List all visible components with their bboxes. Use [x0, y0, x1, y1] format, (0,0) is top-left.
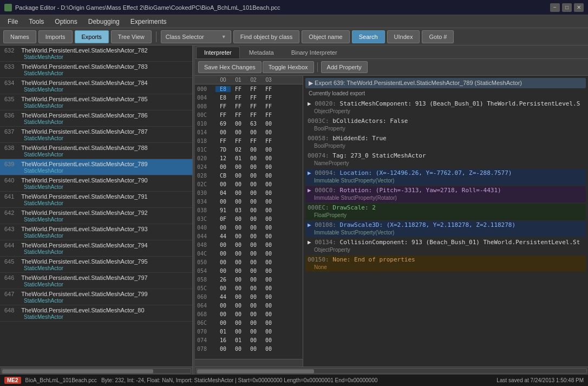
hex-row[interactable]: 04444000000 [195, 232, 303, 240]
hex-byte[interactable]: 01 [231, 155, 246, 161]
hex-byte[interactable]: FF [231, 86, 246, 92]
property-item[interactable]: ▶ 000C0: Rotation: (Pitch=-3313, Yaw=271… [305, 186, 586, 202]
hex-row[interactable]: 01069006300 [195, 119, 303, 128]
hex-row[interactable]: 02400000000 [195, 162, 303, 171]
hex-byte[interactable]: FF [231, 112, 246, 118]
hex-byte[interactable]: 00 [246, 329, 261, 335]
exports-button[interactable]: Exports [75, 30, 109, 43]
goto-button[interactable]: Goto # [422, 30, 454, 43]
hex-row[interactable]: 07416010000 [195, 336, 303, 344]
property-item[interactable]: ▶ 00094: Location: (X=-12496.26, Y=-7762… [305, 169, 586, 185]
hex-byte[interactable]: 00 [231, 320, 246, 326]
hex-byte[interactable]: 00 [246, 311, 261, 317]
hex-byte[interactable]: 00 [246, 173, 261, 179]
hex-byte[interactable]: 00 [231, 199, 246, 205]
hex-byte[interactable]: 00 [246, 190, 261, 196]
hex-byte[interactable]: 00 [261, 181, 276, 187]
object-name-button[interactable]: Object name [302, 30, 349, 43]
hex-row[interactable]: 06044000000 [195, 292, 303, 301]
hex-row[interactable]: 07001000000 [195, 327, 303, 336]
hex-row[interactable]: 04800000000 [195, 240, 303, 249]
toggle-hexbox-button[interactable]: Toggle Hexbox [263, 61, 314, 73]
hex-row[interactable]: 06800000000 [195, 310, 303, 318]
hex-byte[interactable]: 00 [261, 329, 276, 335]
hex-byte[interactable]: 00 [261, 242, 276, 248]
hex-byte[interactable]: 02 [231, 147, 246, 153]
menu-options[interactable]: Options [49, 17, 82, 27]
list-item[interactable]: 635 TheWorld.PersistentLevel.StaticMeshA… [0, 94, 192, 110]
hex-byte[interactable]: 00 [246, 225, 261, 231]
hex-row[interactable]: 06C00000000 [195, 318, 303, 327]
hex-byte[interactable]: 00 [246, 251, 261, 257]
hex-byte[interactable]: 00 [246, 285, 261, 291]
hex-byte[interactable]: 00 [215, 129, 231, 135]
hex-byte[interactable]: FF [215, 138, 231, 144]
menu-debugging[interactable]: Debugging [83, 17, 125, 27]
hex-scroll-bottom[interactable] [195, 359, 303, 367]
add-property-button[interactable]: Add Property [321, 61, 368, 73]
hex-row[interactable]: 05000000000 [195, 258, 303, 266]
hex-byte[interactable]: 00 [231, 242, 246, 248]
treeview-button[interactable]: Tree View [111, 30, 152, 43]
list-item[interactable]: 646 TheWorld.PersistentLevel.StaticMeshA… [0, 273, 192, 289]
hex-byte[interactable]: 00 [231, 233, 246, 239]
hex-byte[interactable]: 00 [246, 233, 261, 239]
hex-byte[interactable]: 0F [215, 216, 231, 222]
hex-byte[interactable]: 00 [231, 294, 246, 300]
hex-byte[interactable]: 00 [215, 225, 231, 231]
hex-byte[interactable]: 00 [261, 294, 276, 300]
hex-byte[interactable]: FF [261, 95, 276, 101]
hex-byte[interactable]: 00 [261, 311, 276, 317]
hex-byte[interactable]: 00 [215, 251, 231, 257]
property-item[interactable]: 00074: Tag: 273_0 StaticMeshActor NamePr… [305, 152, 586, 168]
hex-byte[interactable]: 00 [261, 268, 276, 274]
hex-byte[interactable]: 00 [246, 181, 261, 187]
list-item[interactable]: 647 TheWorld.PersistentLevel.StaticMeshA… [0, 289, 192, 305]
hex-row[interactable]: 03891030000 [195, 206, 303, 214]
hex-byte[interactable]: 00 [231, 225, 246, 231]
find-object-button[interactable]: Find object by class [233, 30, 300, 43]
list-item[interactable]: 641 TheWorld.PersistentLevel.StaticMeshA… [0, 192, 192, 208]
hex-byte[interactable]: 44 [215, 233, 231, 239]
hex-byte[interactable]: 00 [246, 346, 261, 352]
hex-byte[interactable]: 00 [231, 277, 246, 283]
hex-byte[interactable]: 00 [246, 216, 261, 222]
hex-byte[interactable]: 00 [231, 164, 246, 170]
hex-byte[interactable]: 16 [215, 337, 231, 343]
hex-row[interactable]: 028CB000000 [195, 171, 303, 180]
hex-byte[interactable]: 00 [215, 320, 231, 326]
hex-row[interactable]: 05400000000 [195, 266, 303, 275]
hex-row[interactable]: 03004000000 [195, 188, 303, 197]
hex-byte[interactable]: FF [261, 86, 276, 92]
menu-file[interactable]: File [2, 17, 23, 27]
hex-byte[interactable]: 00 [261, 337, 276, 343]
prop-h-thumb[interactable] [197, 369, 314, 374]
hex-byte[interactable]: E8 [215, 86, 231, 92]
list-item[interactable]: 644 TheWorld.PersistentLevel.StaticMeshA… [0, 240, 192, 257]
maximize-button[interactable]: □ [562, 3, 572, 12]
list-item[interactable]: 636 TheWorld.PersistentLevel.StaticMeshA… [0, 110, 192, 127]
tab-interpreter[interactable]: Interpreter [196, 47, 240, 58]
hex-byte[interactable]: 00 [246, 320, 261, 326]
hex-byte[interactable]: 00 [261, 225, 276, 231]
hex-row[interactable]: 000E8FFFFFF [195, 84, 303, 93]
hex-byte[interactable]: 04 [215, 190, 231, 196]
hex-byte[interactable]: 00 [231, 346, 246, 352]
hex-body[interactable]: 000E8FFFFFF004E8FFFFFF008FFFFFFFF00CFFFF… [195, 84, 303, 359]
hex-byte[interactable]: 00 [246, 207, 261, 213]
hex-byte[interactable]: FF [215, 103, 231, 109]
hex-byte[interactable]: 00 [231, 285, 246, 291]
hex-byte[interactable]: 00 [246, 259, 261, 265]
hex-row[interactable]: 01C7D020000 [195, 145, 303, 154]
hex-byte[interactable]: 00 [246, 277, 261, 283]
hex-byte[interactable]: 00 [215, 259, 231, 265]
hex-byte[interactable]: 00 [261, 320, 276, 326]
property-item[interactable]: 00058: bHiddenEd: True BoolProperty [305, 134, 586, 151]
list-item[interactable]: 637 TheWorld.PersistentLevel.StaticMeshA… [0, 127, 192, 143]
hex-byte[interactable]: 00 [246, 268, 261, 274]
list-item[interactable]: 632 TheWorld.PersistentLevel.StaticMeshA… [0, 45, 192, 62]
hex-byte[interactable]: 00 [261, 216, 276, 222]
hex-byte[interactable]: 00 [261, 190, 276, 196]
hex-row[interactable]: 018FFFFFFFF [195, 136, 303, 145]
hex-byte[interactable]: CB [215, 173, 231, 179]
